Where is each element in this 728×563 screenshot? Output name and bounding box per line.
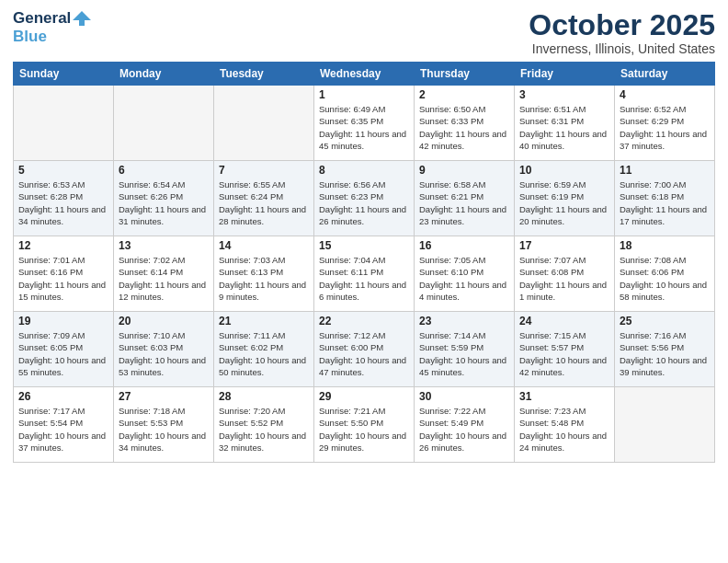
day-info: Sunrise: 6:58 AMSunset: 6:21 PMDaylight:…: [419, 178, 509, 227]
day-number: 24: [519, 315, 609, 327]
table-row: 9Sunrise: 6:58 AMSunset: 6:21 PMDaylight…: [415, 161, 515, 236]
calendar-header-row: Sunday Monday Tuesday Wednesday Thursday…: [14, 63, 715, 86]
day-number: 30: [419, 390, 509, 403]
day-number: 19: [18, 315, 108, 327]
day-info: Sunrise: 7:05 AMSunset: 6:10 PMDaylight:…: [419, 254, 509, 303]
day-number: 11: [620, 164, 710, 177]
day-info: Sunrise: 6:53 AMSunset: 6:28 PMDaylight:…: [18, 178, 108, 227]
day-info: Sunrise: 7:04 AMSunset: 6:11 PMDaylight:…: [319, 254, 409, 303]
month-title: October 2025: [529, 9, 715, 41]
calendar-week-row: 12Sunrise: 7:01 AMSunset: 6:16 PMDayligh…: [14, 236, 715, 312]
day-number: 13: [119, 239, 209, 252]
day-info: Sunrise: 7:08 AMSunset: 6:06 PMDaylight:…: [620, 254, 710, 303]
title-block: October 2025 Inverness, Illinois, United…: [529, 9, 715, 56]
table-row: 7Sunrise: 6:55 AMSunset: 6:24 PMDaylight…: [214, 161, 314, 236]
table-row: 4Sunrise: 6:52 AMSunset: 6:29 PMDaylight…: [615, 86, 715, 161]
day-number: 28: [219, 390, 309, 403]
table-row: 19Sunrise: 7:09 AMSunset: 6:05 PMDayligh…: [14, 312, 114, 387]
day-info: Sunrise: 7:20 AMSunset: 5:52 PMDaylight:…: [219, 405, 309, 454]
day-number: 3: [519, 88, 609, 101]
day-number: 6: [119, 164, 209, 177]
day-number: 7: [219, 164, 309, 177]
day-info: Sunrise: 7:03 AMSunset: 6:13 PMDaylight:…: [219, 254, 309, 303]
table-row: [615, 387, 715, 463]
day-number: 1: [319, 88, 409, 101]
day-number: 27: [119, 390, 209, 403]
table-row: 10Sunrise: 6:59 AMSunset: 6:19 PMDayligh…: [515, 161, 615, 236]
day-number: 4: [620, 88, 710, 101]
day-number: 2: [419, 88, 509, 101]
day-info: Sunrise: 7:21 AMSunset: 5:50 PMDaylight:…: [319, 405, 409, 454]
day-number: 22: [319, 315, 409, 327]
col-tuesday: Tuesday: [214, 63, 314, 86]
day-info: Sunrise: 6:49 AMSunset: 6:35 PMDaylight:…: [319, 103, 409, 152]
day-info: Sunrise: 6:51 AMSunset: 6:31 PMDaylight:…: [519, 103, 609, 152]
day-info: Sunrise: 6:59 AMSunset: 6:19 PMDaylight:…: [519, 178, 609, 227]
table-row: 5Sunrise: 6:53 AMSunset: 6:28 PMDaylight…: [14, 161, 114, 236]
svg-marker-0: [73, 11, 91, 26]
day-number: 25: [620, 315, 710, 327]
logo-bird-icon: [73, 11, 91, 26]
table-row: 28Sunrise: 7:20 AMSunset: 5:52 PMDayligh…: [214, 387, 314, 463]
day-info: Sunrise: 6:56 AMSunset: 6:23 PMDaylight:…: [319, 178, 409, 227]
col-monday: Monday: [114, 63, 214, 86]
calendar-week-row: 19Sunrise: 7:09 AMSunset: 6:05 PMDayligh…: [14, 312, 715, 387]
calendar-week-row: 1Sunrise: 6:49 AMSunset: 6:35 PMDaylight…: [14, 86, 715, 161]
table-row: 6Sunrise: 6:54 AMSunset: 6:26 PMDaylight…: [114, 161, 214, 236]
day-number: 8: [319, 164, 409, 177]
day-info: Sunrise: 7:22 AMSunset: 5:49 PMDaylight:…: [419, 405, 509, 454]
col-thursday: Thursday: [415, 63, 515, 86]
day-number: 15: [319, 239, 409, 252]
calendar-table: Sunday Monday Tuesday Wednesday Thursday…: [13, 62, 715, 463]
col-wednesday: Wednesday: [314, 63, 415, 86]
table-row: 3Sunrise: 6:51 AMSunset: 6:31 PMDaylight…: [515, 86, 615, 161]
table-row: 18Sunrise: 7:08 AMSunset: 6:06 PMDayligh…: [615, 236, 715, 312]
day-number: 10: [519, 164, 609, 177]
day-number: 5: [18, 164, 108, 177]
table-row: 21Sunrise: 7:11 AMSunset: 6:02 PMDayligh…: [214, 312, 314, 387]
table-row: 1Sunrise: 6:49 AMSunset: 6:35 PMDaylight…: [314, 86, 415, 161]
day-number: 21: [219, 315, 309, 327]
table-row: 27Sunrise: 7:18 AMSunset: 5:53 PMDayligh…: [114, 387, 214, 463]
day-number: 12: [18, 239, 108, 252]
table-row: [214, 86, 314, 161]
day-number: 29: [319, 390, 409, 403]
day-number: 23: [419, 315, 509, 327]
day-number: 20: [119, 315, 209, 327]
day-info: Sunrise: 7:00 AMSunset: 6:18 PMDaylight:…: [620, 178, 710, 227]
day-info: Sunrise: 6:55 AMSunset: 6:24 PMDaylight:…: [219, 178, 309, 227]
day-info: Sunrise: 6:50 AMSunset: 6:33 PMDaylight:…: [419, 103, 509, 152]
logo-blue: Blue: [13, 28, 47, 45]
day-info: Sunrise: 7:16 AMSunset: 5:56 PMDaylight:…: [620, 329, 710, 378]
table-row: 17Sunrise: 7:07 AMSunset: 6:08 PMDayligh…: [515, 236, 615, 312]
page: General Blue October 2025 Inverness, Ill…: [0, 0, 728, 563]
table-row: [114, 86, 214, 161]
day-info: Sunrise: 7:09 AMSunset: 6:05 PMDaylight:…: [18, 329, 108, 378]
table-row: 15Sunrise: 7:04 AMSunset: 6:11 PMDayligh…: [314, 236, 415, 312]
col-friday: Friday: [515, 63, 615, 86]
day-number: 14: [219, 239, 309, 252]
calendar-week-row: 5Sunrise: 6:53 AMSunset: 6:28 PMDaylight…: [14, 161, 715, 236]
location: Inverness, Illinois, United States: [529, 41, 715, 56]
table-row: 12Sunrise: 7:01 AMSunset: 6:16 PMDayligh…: [14, 236, 114, 312]
table-row: 20Sunrise: 7:10 AMSunset: 6:03 PMDayligh…: [114, 312, 214, 387]
day-info: Sunrise: 7:18 AMSunset: 5:53 PMDaylight:…: [119, 405, 209, 454]
header: General Blue October 2025 Inverness, Ill…: [13, 9, 715, 56]
table-row: 8Sunrise: 6:56 AMSunset: 6:23 PMDaylight…: [314, 161, 415, 236]
day-number: 31: [519, 390, 609, 403]
day-info: Sunrise: 7:02 AMSunset: 6:14 PMDaylight:…: [119, 254, 209, 303]
day-info: Sunrise: 7:17 AMSunset: 5:54 PMDaylight:…: [18, 405, 108, 454]
logo-general: General: [13, 9, 71, 28]
col-sunday: Sunday: [14, 63, 114, 86]
day-info: Sunrise: 7:14 AMSunset: 5:59 PMDaylight:…: [419, 329, 509, 378]
day-info: Sunrise: 7:01 AMSunset: 6:16 PMDaylight:…: [18, 254, 108, 303]
table-row: [14, 86, 114, 161]
logo: General Blue: [13, 9, 91, 46]
day-info: Sunrise: 7:12 AMSunset: 6:00 PMDaylight:…: [319, 329, 409, 378]
day-info: Sunrise: 6:52 AMSunset: 6:29 PMDaylight:…: [620, 103, 710, 152]
table-row: 24Sunrise: 7:15 AMSunset: 5:57 PMDayligh…: [515, 312, 615, 387]
day-info: Sunrise: 7:10 AMSunset: 6:03 PMDaylight:…: [119, 329, 209, 378]
table-row: 2Sunrise: 6:50 AMSunset: 6:33 PMDaylight…: [415, 86, 515, 161]
table-row: 26Sunrise: 7:17 AMSunset: 5:54 PMDayligh…: [14, 387, 114, 463]
day-number: 26: [18, 390, 108, 403]
